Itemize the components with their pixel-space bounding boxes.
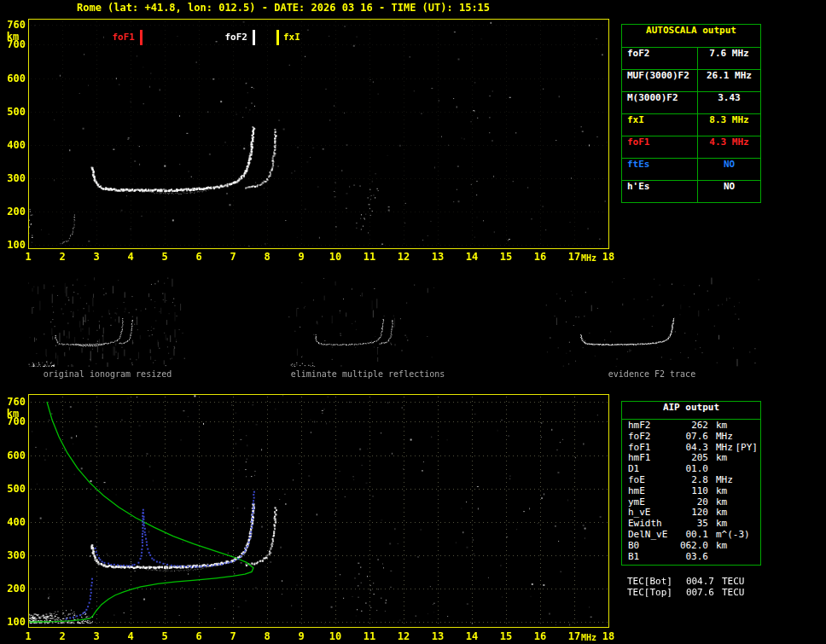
y-tick-label: 400 — [2, 516, 26, 528]
autoscala-row-label: MUF(3000)F2 — [622, 70, 698, 91]
y-tick-label: 500 — [2, 483, 26, 495]
aip-row-unit: km — [716, 507, 727, 518]
aip-table-row: hmE110km — [622, 485, 760, 496]
autoscala-app-window: Rome (lat: +41.8, lon: 012.5) - DATE: 20… — [0, 0, 826, 644]
aip-row-label: foF2 — [628, 431, 678, 442]
aip-row-label: h_vE — [628, 507, 678, 518]
aip-table-row: foE2.8MHz — [622, 474, 760, 485]
aip-row-value: 35 — [678, 518, 708, 529]
aip-row-label: B1 — [628, 551, 678, 562]
aip-row-value: 062.0 — [678, 540, 708, 551]
x-tick-label: 12 — [391, 251, 416, 263]
autoscala-row-value: 26.1 MHz — [698, 70, 760, 91]
aip-table-row: D101.0 — [622, 463, 760, 474]
aip-table-title: AIP output — [622, 402, 760, 420]
aip-row-unit: km — [716, 496, 727, 508]
aip-row-value: 120 — [678, 507, 708, 518]
aip-table-row: ymE20km — [622, 496, 760, 508]
autoscala-row-value: 7.6 MHz — [698, 48, 760, 69]
marker-label-fxI: fxI — [283, 32, 300, 43]
y-tick-label: 300 — [2, 549, 26, 561]
aip-row-label: B0 — [628, 540, 678, 551]
aip-row-value: 01.0 — [678, 463, 708, 474]
aip-table-row: hmF2262km — [622, 420, 760, 431]
y-tick-label: 400 — [2, 139, 26, 151]
x-tick-label: 1 — [15, 251, 41, 263]
x-tick-label: 4 — [118, 630, 143, 642]
tec-row-unit: TECU — [722, 587, 745, 598]
aip-row-value: 03.6 — [678, 551, 708, 562]
aip-row-unit: m^(-3) — [716, 529, 750, 540]
tec-row-label: TEC[Bot] — [627, 576, 680, 587]
aip-row-label: hmE — [628, 485, 678, 496]
x-tick-label: 2 — [49, 630, 75, 642]
x-tick-label: 10 — [323, 630, 348, 642]
aip-row-unit: MHz — [716, 431, 733, 442]
x-tick-label: 9 — [288, 630, 314, 642]
tec-row-unit: TECU — [722, 576, 745, 587]
x-tick-label: 5 — [152, 630, 177, 642]
tec-row-value: 007.6 — [680, 587, 714, 598]
y-tick-label: 600 — [2, 73, 26, 84]
y-tick-label: 100 — [2, 239, 26, 251]
aip-row-unit: km — [716, 485, 727, 496]
aip-row-label: foF1 — [628, 442, 678, 453]
aip-row-label: ymE — [628, 496, 678, 508]
autoscala-row-label: ftEs — [622, 159, 698, 180]
aip-row-unit: km — [716, 420, 727, 431]
x-axis-unit-label: MHz — [581, 253, 596, 263]
x-tick-label: 9 — [288, 251, 314, 263]
x-tick-label: 14 — [459, 251, 485, 263]
x-tick-label: 16 — [527, 630, 553, 642]
aip-row-value: 262 — [678, 420, 708, 431]
aip-row-unit: km — [716, 452, 727, 463]
autoscala-row-label: M(3000)F2 — [622, 92, 698, 113]
aip-row-value: 205 — [678, 452, 708, 463]
aip-row-value: 07.6 — [678, 431, 708, 442]
autoscala-row-label: foF1 — [622, 136, 698, 158]
autoscala-row-value: NO — [698, 181, 760, 202]
x-tick-label: 5 — [152, 251, 177, 263]
aip-row-unit: MHz — [716, 474, 733, 485]
aip-row-value: 00.1 — [678, 529, 708, 540]
aip-table-rows: hmF2262kmfoF207.6MHzfoF104.3MHz[PY]hmF12… — [622, 420, 760, 561]
aip-table-row: Ewidth35km — [622, 518, 760, 529]
x-tick-label: 7 — [220, 251, 246, 263]
y-tick-label: 200 — [2, 583, 26, 595]
x-tick-label: 1 — [15, 630, 41, 642]
aip-row-label: Ewidth — [628, 518, 678, 529]
x-tick-label: 11 — [357, 251, 382, 263]
autoscala-row-value: 4.3 MHz — [698, 136, 760, 158]
aip-row-unit: km — [716, 518, 727, 529]
autoscala-table-row: fxI8.3 MHz — [622, 114, 760, 136]
aip-row-label: foE — [628, 474, 678, 485]
tec-row-value: 004.7 — [680, 576, 714, 587]
aip-row-label: D1 — [628, 463, 678, 474]
x-tick-label: 15 — [493, 251, 519, 263]
autoscala-table-row: MUF(3000)F226.1 MHz — [622, 70, 760, 92]
aip-row-value: 110 — [678, 485, 708, 496]
autoscala-output-table: AUTOSCALA output foF27.6 MHzMUF(3000)F22… — [621, 24, 761, 203]
x-tick-label: 13 — [425, 251, 451, 263]
x-tick-label: 13 — [425, 630, 451, 642]
aip-row-value: 2.8 — [678, 474, 708, 485]
thumbnail-caption-evidence: evidence F2 trace — [567, 369, 737, 379]
y-axis-unit-label: km — [2, 31, 24, 43]
tec-row: TEC[Top]007.6TECU — [621, 587, 759, 598]
y-tick-label: 600 — [2, 450, 26, 461]
y-tick-label: 100 — [2, 616, 26, 628]
aip-table-row: foF207.6MHz — [622, 431, 760, 442]
aip-output-table: AIP output hmF2262kmfoF207.6MHzfoF104.3M… — [621, 401, 761, 566]
aip-row-label: DelN_vE — [628, 529, 678, 540]
aip-row-extra: [PY] — [736, 442, 759, 453]
aip-table-row: B0062.0km — [622, 540, 760, 551]
aip-row-unit: km — [716, 540, 727, 551]
y-tick-label: 200 — [2, 206, 26, 218]
x-tick-label: 8 — [254, 251, 280, 263]
x-tick-label: 7 — [220, 630, 246, 642]
marker-label-foF2: foF2 — [225, 32, 248, 43]
y-tick-label: 500 — [2, 106, 26, 118]
x-tick-label: 18 — [596, 251, 621, 263]
aip-table-row: B103.6 — [622, 551, 760, 562]
x-tick-label: 18 — [596, 630, 621, 642]
